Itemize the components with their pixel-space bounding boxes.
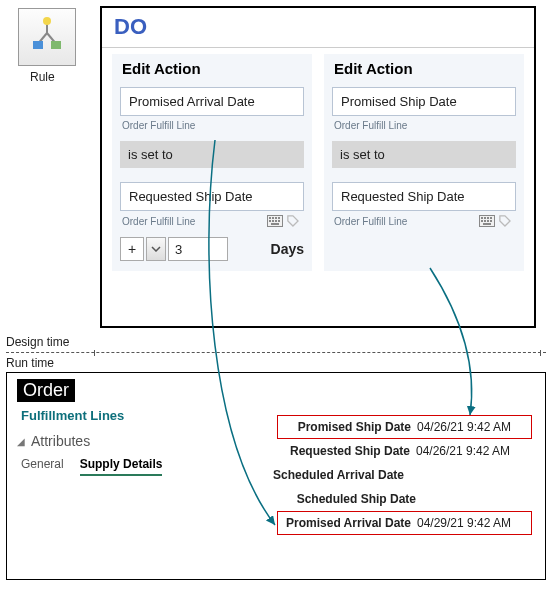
runtime-panel: Order Fulfillment Lines ◢ Attributes Gen… [6, 372, 546, 580]
tag-icon[interactable] [286, 215, 302, 227]
source-note: Order Fulfill Line [122, 216, 195, 227]
row-promised-arrival: Promised Arrival Date 04/29/21 9:42 AM [277, 511, 532, 535]
edit-action-left: Edit Action Promised Arrival Date Order … [112, 54, 312, 271]
svg-rect-21 [481, 220, 483, 222]
svg-rect-11 [269, 220, 271, 222]
promised-arrival-label: Promised Arrival Date [282, 516, 417, 530]
svg-rect-19 [487, 217, 489, 219]
svg-rect-14 [278, 220, 280, 222]
svg-rect-18 [484, 217, 486, 219]
requested-ship-value: 04/26/21 9:42 AM [416, 444, 510, 458]
target-field[interactable]: Promised Arrival Date [120, 87, 304, 116]
source-field[interactable]: Requested Ship Date [332, 182, 516, 211]
offset-unit: Days [271, 241, 304, 257]
row-scheduled-arrival: Scheduled Arrival Date [255, 463, 532, 487]
chevron-down-icon [151, 246, 161, 252]
svg-rect-17 [481, 217, 483, 219]
row-requested-ship: Requested Ship Date 04/26/21 9:42 AM [277, 439, 532, 463]
keyboard-icon[interactable] [479, 215, 495, 227]
source-field[interactable]: Requested Ship Date [120, 182, 304, 211]
date-rows: Promised Ship Date 04/26/21 9:42 AM Requ… [277, 415, 532, 535]
plus-button[interactable]: + [120, 237, 144, 261]
row-promised-ship: Promised Ship Date 04/26/21 9:42 AM [277, 415, 532, 439]
promised-ship-label: Promised Ship Date [282, 420, 417, 434]
target-field[interactable]: Promised Ship Date [332, 87, 516, 116]
svg-rect-8 [272, 217, 274, 219]
collapse-icon: ◢ [17, 436, 25, 447]
svg-rect-4 [33, 41, 43, 49]
row-scheduled-ship: Scheduled Ship Date [277, 487, 532, 511]
edit-action-title: Edit Action [334, 60, 516, 77]
order-badge: Order [17, 379, 75, 402]
target-note: Order Fulfill Line [122, 120, 302, 131]
requested-ship-label: Requested Ship Date [281, 444, 416, 458]
svg-rect-15 [271, 223, 279, 225]
svg-rect-5 [51, 41, 61, 49]
promised-ship-value: 04/26/21 9:42 AM [417, 420, 511, 434]
edit-action-title: Edit Action [122, 60, 304, 77]
source-note: Order Fulfill Line [334, 216, 407, 227]
svg-rect-24 [490, 220, 492, 222]
offset-row: + 3 Days [120, 237, 304, 261]
design-time-label: Design time [6, 335, 69, 349]
svg-rect-7 [269, 217, 271, 219]
do-panel: DO Edit Action Promised Arrival Date Ord… [100, 6, 536, 328]
svg-rect-9 [275, 217, 277, 219]
tab-general[interactable]: General [21, 457, 64, 476]
svg-rect-25 [483, 223, 491, 225]
promised-arrival-value: 04/29/21 9:42 AM [417, 516, 511, 530]
rule-icon-tile[interactable] [18, 8, 76, 66]
tag-icon[interactable] [498, 215, 514, 227]
svg-point-3 [43, 17, 51, 25]
scheduled-arrival-label: Scheduled Arrival Date [255, 468, 410, 482]
dropdown-button[interactable] [146, 237, 166, 261]
svg-rect-12 [272, 220, 274, 222]
do-header: DO [102, 8, 534, 48]
flow-icon [27, 15, 67, 59]
edit-action-right: Edit Action Promised Ship Date Order Ful… [324, 54, 524, 271]
svg-rect-23 [487, 220, 489, 222]
operator: is set to [332, 141, 516, 168]
svg-rect-22 [484, 220, 486, 222]
svg-rect-10 [278, 217, 280, 219]
scheduled-ship-label: Scheduled Ship Date [287, 492, 422, 506]
tab-supply-details[interactable]: Supply Details [80, 457, 163, 476]
operator: is set to [120, 141, 304, 168]
rule-label: Rule [30, 70, 55, 84]
keyboard-icon[interactable] [267, 215, 283, 227]
offset-number[interactable]: 3 [168, 237, 228, 261]
run-time-label: Run time [6, 356, 54, 370]
attributes-label: Attributes [31, 433, 90, 449]
svg-rect-13 [275, 220, 277, 222]
svg-rect-20 [490, 217, 492, 219]
target-note: Order Fulfill Line [334, 120, 514, 131]
